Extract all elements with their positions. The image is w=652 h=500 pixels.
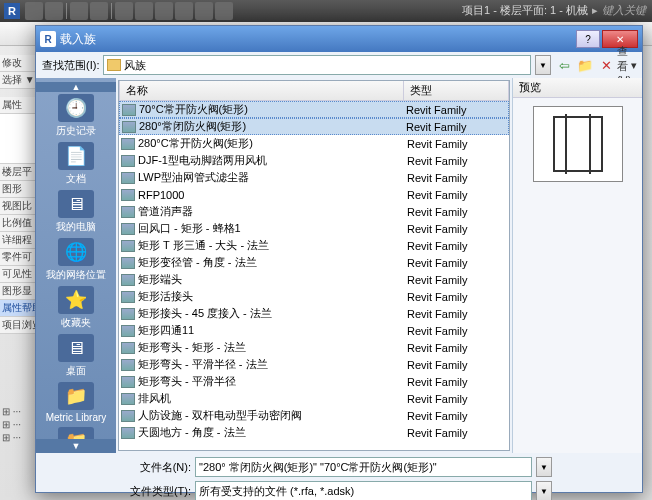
places-shortcut[interactable]: ⭐收藏夹 — [41, 286, 111, 330]
file-name: 矩形弯头 - 矩形 - 法兰 — [138, 340, 407, 355]
help-button[interactable]: ? — [576, 30, 600, 48]
app-logo[interactable]: R — [4, 3, 20, 19]
file-type: Revit Family — [407, 359, 507, 371]
dialog-icon: R — [40, 31, 56, 47]
project-browser-tree[interactable]: ⊞ ··· ⊞ ··· ⊞ ··· — [2, 405, 21, 444]
up-folder-icon[interactable]: 📁 — [576, 56, 594, 74]
column-type[interactable]: 类型 — [404, 81, 509, 100]
file-row[interactable]: 矩形 T 形三通 - 大头 - 法兰Revit Family — [119, 237, 509, 254]
file-row[interactable]: DJF-1型电动脚踏两用风机Revit Family — [119, 152, 509, 169]
file-row[interactable]: 矩形弯头 - 平滑半径 - 法兰Revit Family — [119, 356, 509, 373]
places-shortcut[interactable]: 📄文档 — [41, 142, 111, 186]
filename-dropdown-arrow[interactable]: ▼ — [536, 457, 552, 477]
view-menu[interactable]: 查看(V) ▾ — [618, 56, 636, 74]
lookin-label: 查找范围(I): — [42, 58, 99, 73]
file-row[interactable]: 矩形接头 - 45 度接入 - 法兰Revit Family — [119, 305, 509, 322]
filename-input[interactable]: "280° 常闭防火阀(矩形)" "70°C常开防火阀(矩形)" — [195, 457, 532, 477]
shortcut-icon: 🌐 — [58, 238, 94, 266]
family-file-icon — [121, 155, 135, 167]
file-row[interactable]: 矩形活接头Revit Family — [119, 288, 509, 305]
file-row[interactable]: 矩形四通11Revit Family — [119, 322, 509, 339]
file-list[interactable]: 70°C常开防火阀(矩形)Revit Family280°常闭防火阀(矩形)Re… — [119, 101, 509, 450]
family-file-icon — [121, 274, 135, 286]
shortcut-label: 桌面 — [41, 364, 111, 378]
file-row[interactable]: 人防设施 - 双杆电动型手动密闭阀Revit Family — [119, 407, 509, 424]
qat-icon[interactable] — [45, 2, 63, 20]
family-file-icon — [121, 189, 135, 201]
file-type: Revit Family — [407, 155, 507, 167]
file-type: Revit Family — [407, 206, 507, 218]
column-name[interactable]: 名称 — [119, 81, 404, 100]
file-name: 矩形活接头 — [138, 289, 407, 304]
places-shortcut[interactable]: 🌐我的网络位置 — [41, 238, 111, 282]
lookin-dropdown[interactable]: 风族 — [103, 55, 531, 75]
family-file-icon — [121, 172, 135, 184]
file-name: DJF-1型电动脚踏两用风机 — [138, 153, 407, 168]
load-family-dialog: R 载入族 ? ✕ 查找范围(I): 风族 ▼ ⇦ 📁 ✕ 查看(V) ▾ ▲ … — [35, 25, 643, 493]
qat-icon[interactable] — [70, 2, 88, 20]
qat-icon[interactable] — [25, 2, 43, 20]
file-row[interactable]: LWP型油网管式滤尘器Revit Family — [119, 169, 509, 186]
qat-icon[interactable] — [175, 2, 193, 20]
filetype-dropdown-arrow[interactable]: ▼ — [536, 481, 552, 500]
family-file-icon — [121, 325, 135, 337]
family-file-icon — [122, 121, 136, 133]
file-name: LWP型油网管式滤尘器 — [138, 170, 407, 185]
search-placeholder[interactable]: 键入关键 — [602, 3, 646, 18]
file-name: 矩形 T 形三通 - 大头 - 法兰 — [138, 238, 407, 253]
places-shortcut[interactable]: 🖥我的电脑 — [41, 190, 111, 234]
file-list-area: 名称 类型 70°C常开防火阀(矩形)Revit Family280°常闭防火阀… — [118, 80, 510, 451]
file-type: Revit Family — [407, 138, 507, 150]
dialog-titlebar[interactable]: R 载入族 ? ✕ — [36, 26, 642, 52]
filename-area: 文件名(N): "280° 常闭防火阀(矩形)" "70°C常开防火阀(矩形)"… — [36, 453, 642, 500]
places-shortcut[interactable]: 📁Metric Library — [41, 382, 111, 423]
qat-icon[interactable] — [135, 2, 153, 20]
filetype-input[interactable]: 所有受支持的文件 (*.rfa, *.adsk) — [195, 481, 532, 500]
file-row[interactable]: 矩形端头Revit Family — [119, 271, 509, 288]
folder-icon — [107, 59, 121, 71]
file-name: 回风口 - 矩形 - 蜂格1 — [138, 221, 407, 236]
quick-access-toolbar: R 项目1 - 楼层平面: 1 - 机械 ▸ 键入关键 — [0, 0, 652, 22]
file-row[interactable]: 排风机Revit Family — [119, 390, 509, 407]
file-type: Revit Family — [407, 308, 507, 320]
file-row[interactable]: 矩形弯头 - 矩形 - 法兰Revit Family — [119, 339, 509, 356]
file-row[interactable]: RFP1000Revit Family — [119, 186, 509, 203]
shortcut-label: 文档 — [41, 172, 111, 186]
file-row[interactable]: 280°C常开防火阀(矩形)Revit Family — [119, 135, 509, 152]
file-row[interactable]: 280°常闭防火阀(矩形)Revit Family — [119, 118, 509, 135]
tree-node[interactable]: ⊞ ··· — [2, 431, 21, 444]
family-file-icon — [121, 427, 135, 439]
qat-icon[interactable] — [155, 2, 173, 20]
qat-icon[interactable] — [195, 2, 213, 20]
file-type: Revit Family — [407, 393, 507, 405]
scroll-down-arrow[interactable]: ▼ — [36, 439, 116, 453]
qat-icon[interactable] — [90, 2, 108, 20]
file-row[interactable]: 矩形弯头 - 平滑半径Revit Family — [119, 373, 509, 390]
file-name: 人防设施 - 双杆电动型手动密闭阀 — [138, 408, 407, 423]
shortcut-icon: 🖥 — [58, 334, 94, 362]
tree-node[interactable]: ⊞ ··· — [2, 405, 21, 418]
places-bar: ▲ 🕘历史记录📄文档🖥我的电脑🌐我的网络位置⭐收藏夹🖥桌面📁Metric Lib… — [36, 78, 116, 453]
family-file-icon — [122, 104, 136, 116]
back-icon[interactable]: ⇦ — [555, 56, 573, 74]
file-row[interactable]: 回风口 - 矩形 - 蜂格1Revit Family — [119, 220, 509, 237]
shortcut-icon: 📄 — [58, 142, 94, 170]
family-file-icon — [121, 410, 135, 422]
qat-icon[interactable] — [115, 2, 133, 20]
file-row[interactable]: 管道消声器Revit Family — [119, 203, 509, 220]
scroll-up-arrow[interactable]: ▲ — [36, 82, 116, 92]
places-shortcut[interactable]: 🖥桌面 — [41, 334, 111, 378]
family-file-icon — [121, 376, 135, 388]
dropdown-arrow[interactable]: ▼ — [535, 55, 551, 75]
tree-node[interactable]: ⊞ ··· — [2, 418, 21, 431]
delete-icon[interactable]: ✕ — [597, 56, 615, 74]
file-type: Revit Family — [407, 257, 507, 269]
file-row[interactable]: 矩形变径管 - 角度 - 法兰Revit Family — [119, 254, 509, 271]
qat-icon[interactable] — [215, 2, 233, 20]
file-list-header: 名称 类型 — [119, 81, 509, 101]
file-row[interactable]: 70°C常开防火阀(矩形)Revit Family — [119, 101, 509, 118]
places-shortcut[interactable]: 🕘历史记录 — [41, 94, 111, 138]
file-type: Revit Family — [407, 342, 507, 354]
file-row[interactable]: 天圆地方 - 角度 - 法兰Revit Family — [119, 424, 509, 441]
file-name: 280°常闭防火阀(矩形) — [139, 119, 406, 134]
